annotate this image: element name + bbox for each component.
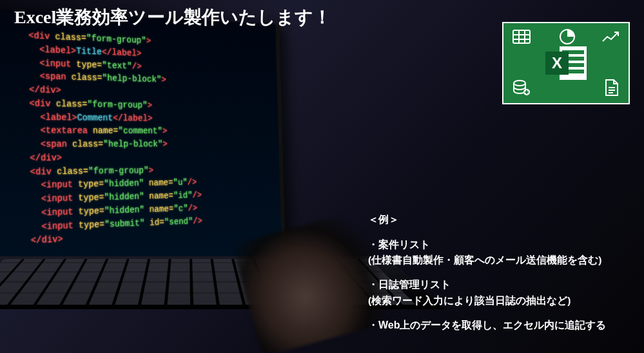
database-icon — [512, 80, 531, 97]
example-item-sub: (仕様書自動製作・顧客へのメール送信機能を含む) — [368, 253, 632, 268]
example-item-title: ・案件リスト — [368, 237, 632, 253]
example-item: ・Web上のデータを取得し、エクセル内に追記する — [368, 318, 632, 334]
title-excel: Excel — [14, 7, 56, 27]
document-icon — [604, 79, 620, 97]
code-line: <textarea name="comment"> — [30, 124, 269, 138]
example-item: ・日誌管理リスト(検索ワード入力により該当日誌の抽出など) — [368, 277, 632, 309]
excel-x-letter: X — [545, 52, 569, 75]
page-title: Excel業務効率ツール製作いたします！ — [14, 5, 331, 30]
excel-app-icon: X — [545, 43, 587, 84]
example-item-sub: (検索ワード入力により該当日誌の抽出など) — [368, 293, 632, 309]
example-item-title: ・Web上のデータを取得し、エクセル内に追記する — [368, 318, 632, 334]
title-rest: 業務効率ツール製作いたします！ — [56, 7, 331, 27]
svg-point-6 — [514, 81, 525, 86]
code-line: <span class="help-block"> — [30, 138, 269, 151]
laptop-screen: <div class="form-group"> <label>Title</l… — [0, 8, 286, 278]
excel-badge: X — [502, 22, 630, 104]
code-snippet: <div class="form-group"> <label>Title</l… — [0, 8, 282, 263]
example-item-title: ・日誌管理リスト — [368, 277, 632, 293]
examples-heading: ＜例＞ — [368, 212, 632, 228]
line-chart-icon — [601, 31, 620, 44]
examples-list: ＜例＞ ・案件リスト(仕様書自動製作・顧客へのメール送信機能を含む)・日誌管理リ… — [368, 212, 632, 343]
code-line: <label>Comment</label> — [29, 111, 268, 126]
calendar-grid-icon — [512, 30, 531, 44]
svg-rect-0 — [513, 30, 530, 43]
example-item: ・案件リスト(仕様書自動製作・顧客へのメール送信機能を含む) — [368, 237, 632, 269]
